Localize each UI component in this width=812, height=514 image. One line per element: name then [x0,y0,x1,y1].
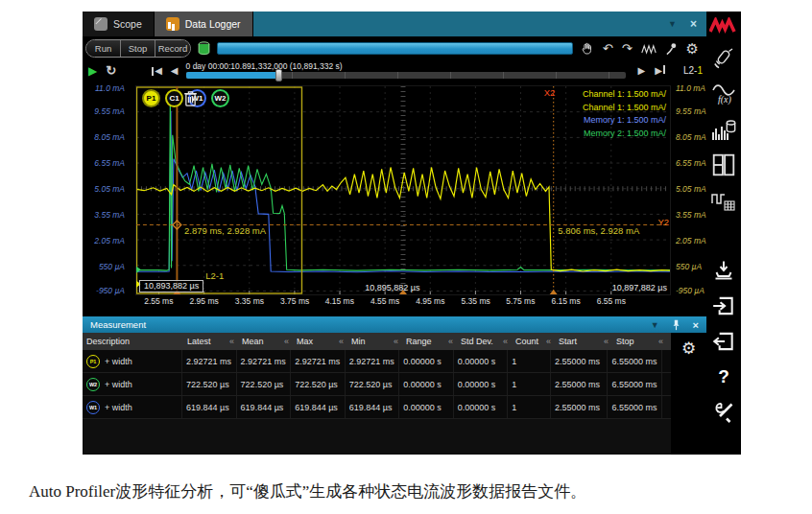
measurement-header-row: Description Latest« Mean« Max« Min« Rang… [83,333,671,350]
col-latest[interactable]: Latest« [183,333,238,350]
row-icon-p1: P1 [86,355,100,368]
col-stop[interactable]: Stop« [612,333,667,350]
keysight-logo-icon [709,13,738,36]
marker2-readout: 5.806 ms, 2.928 mA [558,225,639,236]
tab-scope-label: Scope [113,18,142,30]
col-description[interactable]: Description [83,333,183,350]
y2-marker-label[interactable]: Y2 [657,217,669,227]
playback-bar: ▶ ↻ ◀ ◀ 0 day 00:00:10.891,332,000 (10,8… [83,60,706,83]
waveform-zoom-icon[interactable] [641,43,657,55]
svg-text:f(x): f(x) [718,94,732,105]
probe-point-icon[interactable] [665,42,678,56]
scope-icon [94,17,107,31]
toolbar: Run Stop Record ↶ ↷ [83,36,706,60]
repeat-button[interactable]: ↻ [106,61,116,81]
measurement-title: Measurement [90,319,146,330]
measurement-row-p1[interactable]: P1+ width 2.92721 ms 2.92721 ms 2.92721 … [83,350,671,373]
app-window: Scope Data Logger ▼ × Run Stop Record [83,12,741,455]
timestamp-mid: 10,895,882 µs [365,283,419,292]
col-count[interactable]: Count« [512,333,555,350]
main-area: Scope Data Logger ▼ × Run Stop Record [83,12,706,455]
help-icon[interactable]: ? [709,363,738,390]
skip-to-start-button[interactable]: ◀ [152,61,162,81]
collapse-caret-icon[interactable]: ▼ [668,19,677,29]
caption-text: Auto Profiler波形特征分析，可“傻瓜式”生成各种状态电流波形数据报告… [29,480,787,502]
timeline-position-label: 0 day 00:00:10.891,332,000 (10,891,332 s… [186,61,626,71]
col-start[interactable]: Start« [555,333,612,350]
col-mean[interactable]: Mean« [238,333,293,350]
col-std-dev[interactable]: Std Dev.« [457,333,512,350]
view-tool-icons: ↶ ↷ ⚙ [580,41,701,56]
measurement-row-w1[interactable]: W1+ width 619.844 µs 619.844 µs 619.844 … [83,396,671,419]
tab-data-logger-label: Data Logger [185,18,241,30]
settings-gear-icon[interactable]: ⚙ [686,42,699,55]
play-button[interactable]: ▶ [88,61,97,81]
record-button[interactable]: Record [155,40,190,57]
math-function-icon[interactable]: f(x) [709,81,738,107]
scrubber-handle[interactable] [275,69,282,82]
panel-close-icon[interactable]: × [693,319,699,331]
scrubber-progress [186,72,276,79]
export-icon[interactable] [709,328,738,355]
timestamp-right: 10,897,882 µs [612,283,667,292]
tools-icon[interactable] [709,399,738,426]
table-settings-gear-icon[interactable]: ⚙ [681,339,696,358]
step-back-button[interactable]: ◀ [171,61,179,81]
page: Scope Data Logger ▼ × Run Stop Record [0,0,812,514]
timestamp-left: 10,893,882 µs [139,280,203,292]
right-sidebar: f(x) ? [706,12,741,455]
tab-scope[interactable]: Scope [83,12,155,36]
timeline: 0 day 00:00:10.891,332,000 (10,891,332 s… [186,61,626,79]
measurement-panel: Measurement ▼ × Description Latest« Mean… [83,316,706,455]
legend-memory2: Memory 2: 1.500 mA/ [583,128,666,141]
measurement-title-bar[interactable]: Measurement ▼ × [83,316,706,333]
col-min[interactable]: Min« [347,333,402,350]
x2-marker-label[interactable]: X2 [544,87,556,98]
skip-to-end-button[interactable]: ▶ [655,61,665,81]
measurement-table: Description Latest« Mean« Max« Min« Rang… [83,333,671,455]
segment-label-plot: L2-1 [205,270,224,281]
pan-hand-icon[interactable] [580,41,594,56]
title-bar: ▼ × [253,12,706,36]
table-settings-column: ⚙ [671,333,706,455]
tab-bar: Scope Data Logger ▼ × [83,12,706,36]
pin-icon[interactable] [672,319,681,331]
marker1-readout: 2.879 ms, 2.928 mA [184,225,266,236]
waveform-plot[interactable]: P1 C1 W1 W2 Channel 1: 1.500 mA/ Channel… [135,85,671,295]
data-logger-icon [166,17,179,31]
tab-data-logger[interactable]: Data Logger [155,12,253,36]
trace-chips: P1 C1 W1 W2 [142,89,239,107]
right-y-axis: 11.0 mA 9.55 mA 8.05 mA 6.55 mA 5.05 mA … [671,85,706,295]
import-icon[interactable] [709,292,738,319]
waveform-chart: 11.0 mA 9.55 mA 8.05 mA 6.55 mA 5.05 mA … [83,83,706,312]
legend-memory1: Memory 1: 1.500 mA/ [583,114,666,128]
measurement-body: Description Latest« Mean« Max« Min« Rang… [83,333,706,455]
stop-button[interactable]: Stop [121,40,155,57]
record-progress-bar [217,42,573,55]
histogram-data-icon[interactable] [709,116,738,143]
col-range[interactable]: Range« [402,333,457,350]
run-button[interactable]: Run [86,40,121,57]
panel-dropdown-icon[interactable]: ▼ [651,320,659,330]
window-layout-icon[interactable] [709,152,738,178]
timeline-scrubber[interactable] [186,72,626,79]
x-axis: 2.55 ms 2.95 ms 3.35 ms 3.75 ms 4.15 ms … [136,294,670,309]
storage-icon [198,41,210,56]
redo-icon[interactable]: ↷ [622,42,633,55]
measurement-row-w2[interactable]: W2+ width 722.520 µs 722.520 µs 722.520 … [83,373,671,396]
probe-setup-icon[interactable] [709,45,738,72]
col-max[interactable]: Max« [293,333,347,350]
legend-channel1-b: Channel 1: 1.500 mA/ [583,102,666,115]
legend-channel1-a: Channel 1: 1.500 mA/ [583,88,666,102]
row-icon-w2: W2 [86,378,100,391]
trace-legend: Channel 1: 1.500 mA/ Channel 1: 1.500 mA… [583,88,666,140]
row-icon-w1: W1 [86,401,100,414]
undo-icon[interactable]: ↶ [603,42,613,55]
segment-label: L2-1 [683,61,703,81]
save-icon[interactable] [709,257,738,284]
acquisition-button-group: Run Stop Record [85,39,191,58]
measurement-table-icon[interactable] [709,187,738,214]
step-forward-button[interactable]: ▶ [638,61,646,81]
left-y-axis: 11.0 mA 9.55 mA 8.05 mA 6.55 mA 5.05 mA … [83,85,135,295]
close-icon[interactable]: × [690,17,697,31]
